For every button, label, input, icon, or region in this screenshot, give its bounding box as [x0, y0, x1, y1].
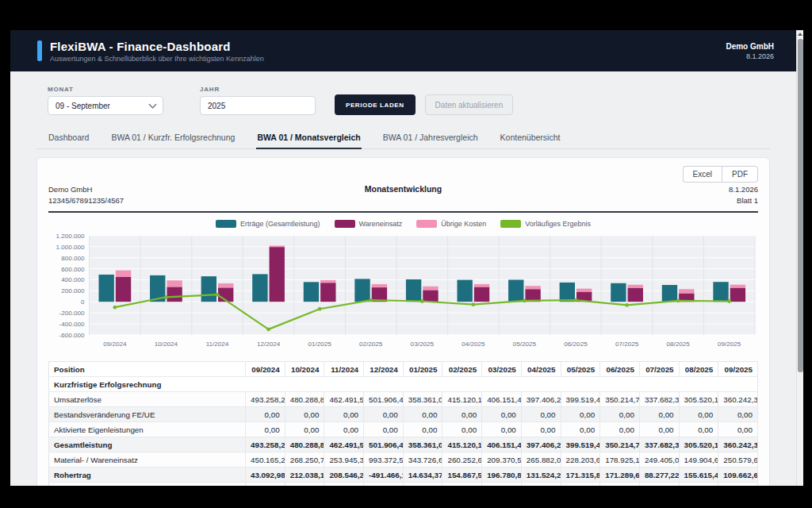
daten-aktualisieren-button[interactable]: Daten aktualisieren: [425, 94, 514, 115]
value-cell: 399.519,46: [561, 437, 600, 452]
value-cell: 0,00: [482, 407, 522, 422]
value-cell: 155.615,47: [679, 468, 718, 483]
svg-text:08/2025: 08/2025: [666, 340, 690, 347]
vertical-scrollbar[interactable]: [796, 30, 803, 486]
jahr-input-value: 2025: [208, 102, 225, 110]
value-cell: 208.546,20: [324, 468, 364, 483]
value-cell: 0,00: [285, 407, 324, 422]
chevron-down-icon: [149, 100, 157, 108]
value-cell: 415.120,17: [442, 437, 482, 452]
table-row: Kurzfristige Erfolgsrechnung: [49, 377, 758, 392]
tab-dashboard[interactable]: Dashboard: [48, 128, 90, 148]
value-cell: 171.289,61: [600, 468, 640, 483]
svg-text:06/2025: 06/2025: [564, 340, 588, 347]
column-header-month: 02/2025: [442, 362, 482, 377]
svg-text:02/2025: 02/2025: [359, 340, 383, 347]
value-cell: 0,00: [364, 407, 404, 422]
value-cell: 0,00: [521, 422, 561, 437]
column-header-month: 04/2025: [521, 362, 561, 377]
value-cell: 406.151,44: [482, 392, 522, 407]
monthly-chart: -600.000-400.000-200.0000200.000400.0006…: [48, 231, 758, 354]
app-title: FlexiBWA - Finance-Dashboard: [50, 40, 264, 53]
table-row: Bestandsveränderung FE/UE0,000,000,000,0…: [49, 407, 758, 422]
svg-text:0: 0: [81, 298, 85, 306]
legend-item: Übrige Kosten: [416, 220, 486, 228]
value-cell: 0,00: [364, 483, 404, 486]
svg-text:800.000: 800.000: [61, 254, 85, 261]
value-cell: 178.925,18: [600, 452, 640, 468]
svg-text:05/2025: 05/2025: [513, 340, 537, 347]
value-cell: 358.361,04: [403, 392, 442, 407]
value-cell: 265.882,04: [521, 452, 561, 468]
value-cell: 0,00: [442, 483, 482, 486]
column-header-position: Position: [49, 362, 246, 377]
svg-text:600.000: 600.000: [61, 265, 85, 272]
legend-swatch: [416, 220, 437, 228]
report-card: Excel PDF Demo GmbH 12345/67891235/4567 …: [36, 157, 770, 486]
value-cell: 358.361,04: [403, 437, 442, 452]
value-cell: 0,00: [246, 422, 285, 437]
value-cell: 993.372,53: [364, 452, 404, 468]
value-cell: 0,00: [482, 483, 522, 486]
row-label-cell: Rohertrag: [49, 468, 246, 483]
scrollbar-thumb[interactable]: [798, 39, 803, 372]
value-cell: 0,00: [639, 422, 679, 437]
value-cell: 249.405,09: [639, 452, 679, 468]
chart-legend: Erträge (Gesamtleistung)WareneinsatzÜbri…: [48, 220, 758, 228]
value-cell: 337.682,31: [639, 392, 679, 407]
value-cell: 397.406,28: [521, 437, 561, 452]
legend-label: Erträge (Gesamtleistung): [240, 220, 320, 228]
value-cell: 450.165,23: [246, 452, 285, 468]
value-cell: 501.906,41: [364, 392, 404, 407]
legend-label: Wareneinsatz: [359, 220, 403, 228]
column-header-month: 10/2024: [285, 362, 324, 377]
value-cell: 360.242,30: [718, 437, 758, 452]
value-cell: 0,00: [324, 483, 364, 486]
value-cell: 0,00: [718, 422, 758, 437]
monat-select[interactable]: 09 - September: [48, 96, 163, 115]
svg-text:1.200.000: 1.200.000: [56, 232, 86, 239]
value-cell: 462.491,51: [324, 392, 364, 407]
svg-text:12/2024: 12/2024: [257, 340, 281, 347]
excel-export-button[interactable]: Excel: [683, 166, 722, 183]
value-cell: 0,00: [521, 407, 561, 422]
value-cell: 253.945,31: [324, 452, 364, 468]
legend-item: Wareneinsatz: [335, 220, 403, 228]
pdf-export-button[interactable]: PDF: [722, 166, 758, 183]
svg-text:10/2024: 10/2024: [155, 340, 178, 347]
value-cell: 0,00: [679, 407, 718, 422]
app-window: FlexiBWA - Finance-Dashboard Auswertunge…: [10, 30, 803, 486]
jahr-label: JAHR: [200, 86, 316, 93]
row-label-cell: Umsatzerlöse: [49, 392, 246, 407]
value-cell: 480.288,88: [285, 437, 324, 452]
column-header-month: 09/2024: [246, 362, 285, 377]
arrow-up-icon: [798, 33, 802, 36]
jahr-input[interactable]: 2025: [200, 96, 316, 115]
tab-bwa01-monatsvergleich[interactable]: BWA 01 / Monatsvergleich: [256, 128, 361, 149]
svg-text:09/2024: 09/2024: [103, 340, 127, 347]
row-label-cell: Aktivierte Eigenleistungen: [49, 422, 246, 437]
value-cell: 0,00: [561, 483, 600, 486]
scroll-up-button[interactable]: [797, 30, 803, 38]
value-cell: 360.242,30: [718, 392, 758, 407]
value-cell: 397.406,28: [521, 392, 561, 407]
value-cell: 0,00: [403, 483, 442, 486]
svg-text:07/2025: 07/2025: [615, 340, 639, 347]
value-cell: 0,00: [285, 422, 324, 437]
column-header-month: 12/2024: [364, 362, 404, 377]
periode-laden-button[interactable]: PERIODE LADEN: [335, 94, 416, 115]
row-label-cell: Sonstige betriebliche Erträge: [49, 483, 246, 486]
tab-bwa01-kurzfr-erfolgsrechnung[interactable]: BWA 01 / Kurzfr. Erfolgsrechnung: [110, 128, 236, 148]
value-cell: 0,00: [561, 422, 600, 437]
filter-bar: MONAT 09 - September JAHR 2025 PERIODE L…: [36, 86, 770, 115]
report-title: Monatsentwicklung: [285, 184, 521, 194]
value-cell: 0,00: [600, 422, 640, 437]
value-cell: 0,00: [442, 407, 482, 422]
column-header-month: 07/2025: [639, 362, 679, 377]
tab-bwa01-jahresvergleich[interactable]: BWA 01 / Jahresvergleich: [382, 128, 479, 148]
tab-kontenuebersicht[interactable]: Kontenübersicht: [500, 128, 561, 148]
svg-text:03/2025: 03/2025: [411, 340, 435, 347]
value-cell: 43.092,98: [246, 468, 285, 483]
svg-text:01/2025: 01/2025: [308, 340, 331, 347]
section-header-cell: Kurzfristige Erfolgsrechnung: [49, 377, 758, 392]
